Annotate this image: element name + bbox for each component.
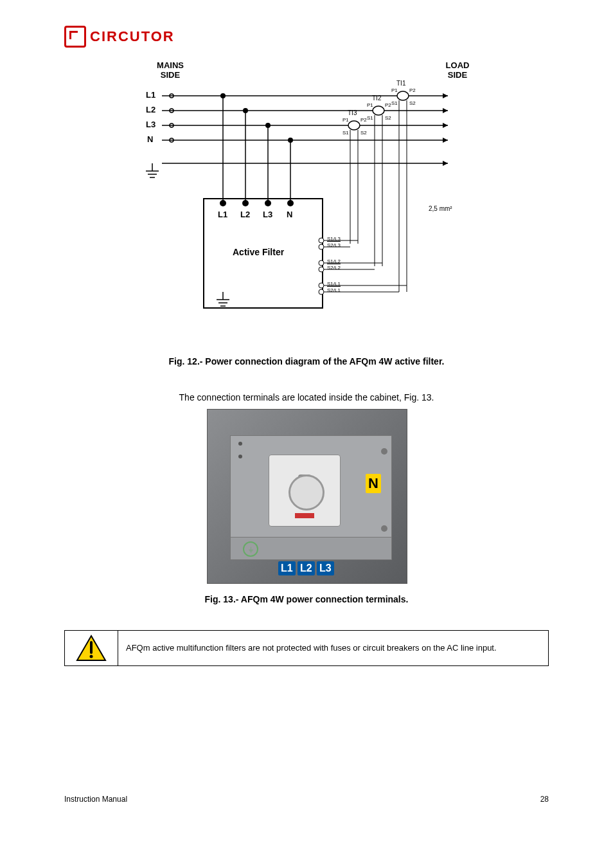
- filter-term-l2: L2: [240, 210, 250, 219]
- active-filter-label: Active Filter: [233, 247, 284, 257]
- svg-point-51: [319, 244, 324, 249]
- brand-mark-icon: [64, 26, 86, 48]
- svg-point-58: [90, 655, 93, 658]
- ct-s2-2: S2: [385, 115, 391, 121]
- svg-point-35: [397, 91, 409, 100]
- svg-point-28: [242, 200, 249, 206]
- figure-13-caption-text: Fig. 13.- AFQm 4W power connection termi…: [205, 594, 409, 604]
- warning-icon: [76, 635, 107, 662]
- svg-marker-6: [443, 108, 448, 113]
- ct-term-c1: S1/L1: [327, 281, 341, 287]
- filter-term-l3: L3: [263, 210, 272, 219]
- brand-name: CIRCUTOR: [90, 28, 175, 45]
- figure-13-photo: ⏚ N L1 L2 L3: [207, 409, 406, 584]
- line-n: N: [147, 134, 153, 144]
- ct-s2-3: S2: [360, 130, 367, 136]
- ct-s1-2: S1: [367, 115, 373, 121]
- page-footer: Instruction Manual 28: [64, 795, 549, 804]
- ct-term-a2: S2/L3: [327, 242, 341, 248]
- svg-marker-9: [443, 161, 448, 166]
- figure-12-caption-text: Fig. 12.- Power connection diagram of th…: [169, 356, 445, 366]
- warning-box: AFQm active multifunction filters are no…: [64, 630, 549, 666]
- load-side-label: LOAD SIDE: [441, 60, 474, 80]
- wire-note: 2,5 mm²: [429, 205, 452, 212]
- svg-point-30: [287, 200, 294, 206]
- ct-p2-3: P2: [360, 117, 367, 123]
- svg-point-25: [288, 138, 293, 143]
- photo-label-l2: L2: [298, 561, 315, 575]
- ct-p1-2: P1: [367, 102, 373, 108]
- ct-ti1: TI1: [396, 80, 405, 87]
- svg-point-37: [348, 121, 360, 130]
- footer-label: Instruction Manual: [64, 795, 127, 804]
- figure-13-caption: Fig. 13.- AFQm 4W power connection termi…: [64, 594, 549, 604]
- filter-term-l1: L1: [218, 210, 227, 219]
- ct-p2-1: P2: [409, 87, 416, 93]
- ct-s2-1: S2: [409, 100, 416, 106]
- svg-marker-5: [443, 93, 448, 98]
- svg-point-50: [319, 238, 324, 243]
- footer-page-num: 28: [540, 795, 549, 804]
- ct-s1-1: S1: [391, 100, 398, 106]
- svg-point-55: [319, 289, 324, 294]
- rotary-switch-icon: [269, 455, 341, 527]
- svg-point-29: [265, 200, 271, 206]
- wiring-diagram: MAINS SIDE LOAD SIDE L1 L2 L3 N TI1 TI2 …: [139, 60, 474, 330]
- svg-marker-7: [443, 123, 448, 128]
- ct-term-c2: S2/L1: [327, 287, 341, 293]
- svg-point-23: [243, 108, 248, 113]
- ct-p1-1: P1: [391, 87, 398, 93]
- ct-term-b1: S1/L2: [327, 258, 341, 264]
- svg-point-54: [319, 283, 324, 288]
- svg-point-53: [319, 267, 324, 272]
- ct-s1-3: S1: [342, 130, 349, 136]
- ct-p2-2: P2: [385, 102, 391, 108]
- ct-ti2: TI2: [372, 95, 381, 102]
- ct-term-a1: S1/L3: [327, 236, 341, 242]
- photo-label-n: N: [366, 474, 381, 493]
- figure-12-caption: Fig. 12.- Power connection diagram of th…: [64, 356, 549, 366]
- svg-marker-8: [443, 138, 448, 143]
- svg-point-22: [220, 93, 226, 98]
- svg-point-52: [319, 260, 324, 266]
- line-l2: L2: [146, 105, 155, 114]
- ct-p1-3: P1: [342, 117, 349, 123]
- mains-side-label: MAINS SIDE: [151, 60, 190, 80]
- filter-term-n: N: [287, 210, 292, 219]
- photo-label-l3: L3: [317, 561, 334, 575]
- warning-text: AFQm active multifunction filters are no…: [118, 631, 548, 665]
- ground-icon: ⏚: [243, 541, 258, 557]
- svg-point-36: [373, 106, 384, 115]
- line-l3: L3: [146, 120, 155, 129]
- svg-point-24: [265, 123, 271, 128]
- brand-logo: CIRCUTOR: [64, 26, 549, 48]
- photo-label-l1: L1: [278, 561, 296, 575]
- ct-ti3: TI3: [348, 109, 357, 116]
- svg-point-27: [220, 200, 226, 206]
- subheading-text: The connection terminals are located ins…: [64, 392, 549, 402]
- ct-term-b2: S2/L2: [327, 265, 341, 271]
- line-l1: L1: [146, 90, 155, 100]
